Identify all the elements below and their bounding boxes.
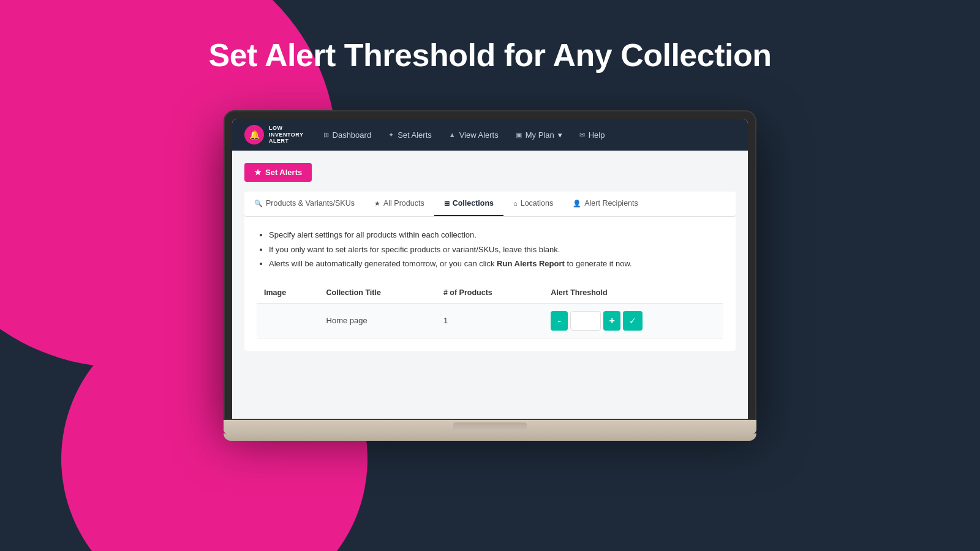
app-logo: 🔔 LOW INVENTORY ALERT (244, 125, 304, 144)
set-alerts-nav-icon: ✦ (388, 131, 394, 139)
logo-text: LOW INVENTORY ALERT (269, 125, 304, 144)
threshold-confirm-button[interactable]: ✓ (623, 311, 643, 331)
home-icon: ⌂ (513, 200, 518, 207)
set-alerts-button[interactable]: ★ Set Alerts (244, 163, 312, 182)
view-alerts-icon: ▲ (449, 131, 456, 138)
laptop-container: 🔔 LOW INVENTORY ALERT ⊞ Dashboard ✦ Set … (224, 110, 756, 441)
tabs-and-content: 🔍 Products & Variants/SKUs ★ All Product… (244, 192, 736, 351)
threshold-controls: - + ✓ (551, 311, 716, 331)
laptop-screen: 🔔 LOW INVENTORY ALERT ⊞ Dashboard ✦ Set … (232, 119, 748, 419)
star-icon: ★ (254, 168, 262, 177)
help-icon: ✉ (579, 131, 585, 139)
tab-products-variants[interactable]: 🔍 Products & Variants/SKUs (244, 192, 364, 216)
tab-locations[interactable]: ⌂ Locations (503, 192, 563, 216)
nav-my-plan[interactable]: ▣ My Plan ▾ (508, 127, 570, 143)
laptop-base (224, 420, 756, 433)
info-bullets: Specify alert settings for all products … (257, 229, 723, 270)
info-bullet-1: Specify alert settings for all products … (269, 229, 723, 241)
page-title: Set Alert Threshold for Any Collection (0, 37, 980, 73)
laptop-body: 🔔 LOW INVENTORY ALERT ⊞ Dashboard ✦ Set … (224, 110, 756, 420)
run-alerts-link[interactable]: Run Alerts Report (497, 259, 565, 268)
row-image (257, 303, 319, 338)
dashboard-icon: ⊞ (323, 131, 329, 139)
row-collection-title: Home page (319, 303, 436, 338)
row-threshold-cell: - + ✓ (543, 303, 723, 338)
my-plan-icon: ▣ (516, 131, 522, 139)
star-tab-icon: ★ (374, 200, 380, 208)
threshold-plus-button[interactable]: + (603, 311, 620, 331)
search-icon: 🔍 (254, 200, 263, 208)
logo-icon: 🔔 (244, 125, 264, 144)
app-nav: 🔔 LOW INVENTORY ALERT ⊞ Dashboard ✦ Set … (232, 119, 748, 151)
threshold-input[interactable] (570, 311, 601, 331)
col-image: Image (257, 282, 319, 304)
tabs-container: 🔍 Products & Variants/SKUs ★ All Product… (244, 192, 736, 217)
nav-dashboard[interactable]: ⊞ Dashboard (316, 127, 379, 143)
laptop-bottom (224, 433, 756, 441)
tab-collections[interactable]: ⊞ Collections (434, 192, 503, 216)
app-content: ★ Set Alerts 🔍 Products & Variants/SKUs … (232, 151, 748, 419)
collections-table: Image Collection Title # of Products Ale… (257, 282, 723, 339)
user-icon: 👤 (573, 200, 581, 208)
nav-view-alerts[interactable]: ▲ View Alerts (442, 127, 506, 143)
nav-set-alerts[interactable]: ✦ Set Alerts (381, 127, 439, 143)
threshold-minus-button[interactable]: - (551, 311, 568, 331)
tab-alert-recipients[interactable]: 👤 Alert Recipients (563, 192, 648, 216)
col-num-products: # of Products (436, 282, 543, 304)
col-alert-threshold: Alert Threshold (543, 282, 723, 304)
table-header-row: Image Collection Title # of Products Ale… (257, 282, 723, 304)
row-num-products: 1 (436, 303, 543, 338)
chevron-down-icon: ▾ (558, 130, 562, 140)
laptop-touchpad (453, 422, 527, 431)
content-card: Specify alert settings for all products … (244, 217, 736, 351)
nav-help[interactable]: ✉ Help (572, 127, 612, 143)
table-row: Home page 1 - + ✓ (257, 303, 723, 338)
col-collection-title: Collection Title (319, 282, 436, 304)
info-bullet-3: Alerts will be automatically generated t… (269, 258, 723, 270)
info-bullet-2: If you only want to set alerts for speci… (269, 244, 723, 256)
tab-all-products[interactable]: ★ All Products (364, 192, 434, 216)
grid-icon: ⊞ (444, 200, 450, 208)
